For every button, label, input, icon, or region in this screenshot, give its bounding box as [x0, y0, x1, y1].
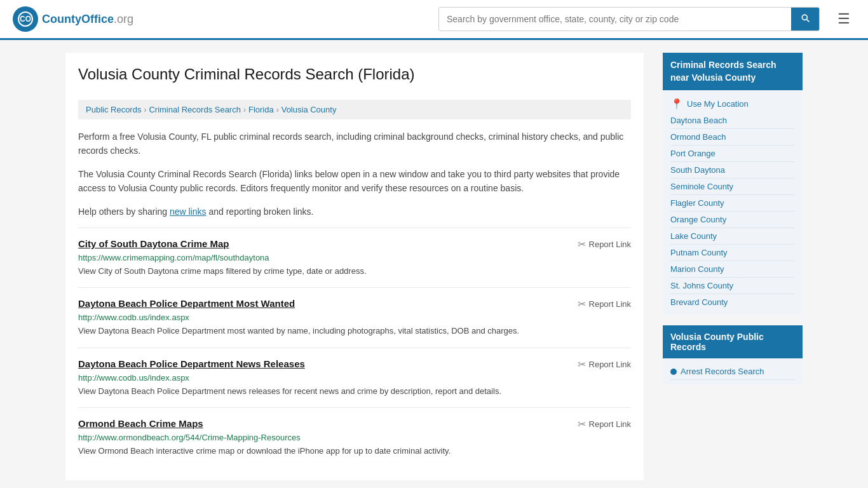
- resource-title-0[interactable]: City of South Daytona Crime Map: [78, 238, 229, 249]
- sidebar-link-port-orange[interactable]: Port Orange: [670, 146, 795, 162]
- sidebar-arrest-records-link[interactable]: Arrest Records Search: [681, 367, 764, 376]
- logo-icon: CO: [13, 6, 38, 32]
- resource-item: Daytona Beach Police Department Most Wan…: [78, 287, 631, 348]
- sidebar: Criminal Records Search near Volusia Cou…: [663, 53, 803, 480]
- resource-title-2[interactable]: Daytona Beach Police Department News Rel…: [78, 358, 305, 369]
- sidebar-link-south-daytona[interactable]: South Daytona: [670, 162, 795, 179]
- resource-desc-3: View Ormond Beach interactive crime map …: [78, 445, 631, 458]
- resource-desc-1: View Daytona Beach Police Department mos…: [78, 325, 631, 337]
- search-input[interactable]: [439, 8, 791, 30]
- sidebar-dot-icon: [670, 369, 677, 375]
- sidebar-link-ormond-beach[interactable]: Ormond Beach: [670, 129, 795, 146]
- report-icon-0: ✂: [578, 238, 586, 250]
- breadcrumb-criminal-records[interactable]: Criminal Records Search: [149, 105, 241, 114]
- report-label-1: Report Link: [589, 299, 631, 309]
- breadcrumb-sep-2: ›: [243, 105, 246, 114]
- sidebar-nearby-section: Criminal Records Search near Volusia Cou…: [663, 53, 803, 315]
- resource-item: Ormond Beach Crime Maps ✂ Report Link ht…: [78, 407, 631, 468]
- breadcrumb-sep-3: ›: [276, 105, 279, 114]
- sidebar-link-putnam-county[interactable]: Putnam County: [670, 245, 795, 261]
- resource-header: Ormond Beach Crime Maps ✂ Report Link: [78, 418, 631, 430]
- resource-header: Daytona Beach Police Department News Rel…: [78, 358, 631, 370]
- resource-item: City of South Daytona Crime Map ✂ Report…: [78, 227, 631, 288]
- breadcrumb-volusia[interactable]: Volusia County: [281, 105, 337, 114]
- sidebar-public-records-section: Volusia County Public Records Arrest Rec…: [663, 325, 803, 385]
- new-links-link[interactable]: new links: [170, 207, 207, 217]
- resource-url-1: http://www.codb.us/index.aspx: [78, 313, 631, 322]
- logo-link[interactable]: CO CountyOffice.org: [13, 6, 133, 32]
- intro-paragraph-1: Perform a free Volusia County, FL public…: [78, 130, 631, 158]
- sidebar-nearby-title: Criminal Records Search near Volusia Cou…: [663, 53, 803, 90]
- search-bar: [438, 7, 820, 31]
- sidebar-link-orange-county[interactable]: Orange County: [670, 212, 795, 228]
- intro-paragraph-3: Help others by sharing new links and rep…: [78, 205, 631, 219]
- main-layout: Volusia County Criminal Records Search (…: [53, 40, 815, 488]
- breadcrumb-florida[interactable]: Florida: [248, 105, 274, 114]
- sidebar-link-flagler-county[interactable]: Flagler County: [670, 195, 795, 212]
- report-link-button-1[interactable]: ✂ Report Link: [578, 298, 631, 310]
- resource-url-0: https://www.crimemapping.com/map/fl/sout…: [78, 253, 631, 262]
- sidebar-link-brevard-county[interactable]: Brevard County: [670, 294, 795, 310]
- header: CO CountyOffice.org ☰: [0, 0, 868, 40]
- use-my-location-button[interactable]: 📍 Use My Location: [670, 95, 749, 112]
- resource-title-1[interactable]: Daytona Beach Police Department Most Wan…: [78, 298, 295, 309]
- breadcrumb-sep-1: ›: [144, 105, 146, 114]
- sidebar-link-daytona-beach[interactable]: Daytona Beach: [670, 112, 795, 129]
- resource-header: City of South Daytona Crime Map ✂ Report…: [78, 238, 631, 250]
- resource-title-3[interactable]: Ormond Beach Crime Maps: [78, 418, 203, 429]
- sidebar-link-lake-county[interactable]: Lake County: [670, 228, 795, 245]
- svg-text:CO: CO: [20, 15, 31, 24]
- resource-desc-2: View Daytona Beach Police Department new…: [78, 385, 631, 398]
- report-label-2: Report Link: [589, 360, 631, 369]
- report-label-0: Report Link: [589, 240, 631, 249]
- resource-header: Daytona Beach Police Department Most Wan…: [78, 298, 631, 310]
- resource-url-3: http://www.ormondbeach.org/544/Crime-Map…: [78, 433, 631, 442]
- sidebar-public-records-title: Volusia County Public Records: [663, 325, 803, 358]
- report-icon-3: ✂: [578, 418, 586, 430]
- sidebar-nearby-body: 📍 Use My Location Daytona Beach Ormond B…: [663, 90, 803, 315]
- menu-button[interactable]: ☰: [832, 8, 855, 30]
- resources-list: City of South Daytona Crime Map ✂ Report…: [78, 227, 631, 468]
- intro-3-prefix: Help others by sharing: [78, 207, 170, 217]
- use-my-location-label: Use My Location: [687, 99, 749, 109]
- sidebar-arrest-records-row: Arrest Records Search: [670, 363, 795, 380]
- sidebar-link-st-johns-county[interactable]: St. Johns County: [670, 278, 795, 294]
- logo-text: CountyOffice.org: [42, 13, 133, 26]
- content-area: Volusia County Criminal Records Search (…: [65, 53, 644, 480]
- sidebar-link-seminole-county[interactable]: Seminole County: [670, 179, 795, 195]
- report-link-button-2[interactable]: ✂ Report Link: [578, 358, 631, 370]
- search-button[interactable]: [791, 8, 819, 30]
- intro-paragraph-2: The Volusia County Criminal Records Sear…: [78, 167, 631, 196]
- resource-url-2: http://www.codb.us/index.aspx: [78, 373, 631, 383]
- breadcrumb-public-records[interactable]: Public Records: [86, 105, 141, 114]
- resource-desc-0: View City of South Daytona crime maps fi…: [78, 265, 631, 278]
- report-icon-2: ✂: [578, 358, 586, 370]
- breadcrumb: Public Records › Criminal Records Search…: [78, 100, 631, 119]
- intro-3-suffix: and reporting broken links.: [207, 207, 314, 217]
- sidebar-public-records-body: Arrest Records Search: [663, 358, 803, 385]
- location-pin-icon: 📍: [670, 98, 683, 110]
- report-link-button-3[interactable]: ✂ Report Link: [578, 418, 631, 430]
- report-link-button-0[interactable]: ✂ Report Link: [578, 238, 631, 250]
- resource-item: Daytona Beach Police Department News Rel…: [78, 348, 631, 408]
- sidebar-link-marion-county[interactable]: Marion County: [670, 261, 795, 278]
- report-icon-1: ✂: [578, 298, 586, 310]
- report-label-3: Report Link: [589, 419, 631, 429]
- page-title: Volusia County Criminal Records Search (…: [78, 65, 631, 90]
